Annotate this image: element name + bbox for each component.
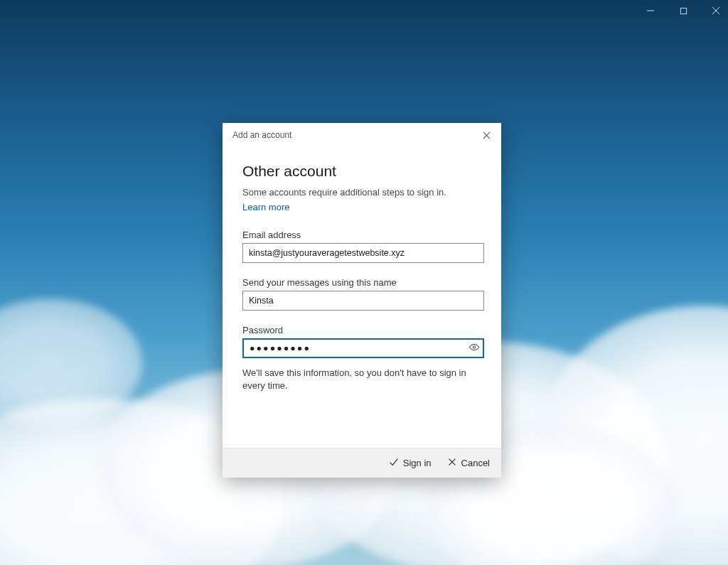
maximize-button[interactable] — [677, 4, 690, 17]
dialog-header-title: Add an account — [232, 130, 291, 140]
display-name-input[interactable] — [242, 291, 484, 311]
password-input[interactable] — [242, 338, 484, 358]
dialog-subtitle: Some accounts require additional steps t… — [242, 187, 481, 198]
password-reveal-icon[interactable] — [469, 342, 480, 355]
email-input[interactable] — [242, 243, 484, 263]
dialog-body: Other account Some accounts require addi… — [223, 147, 501, 448]
cancel-label: Cancel — [461, 458, 490, 468]
cancel-button[interactable]: Cancel — [447, 457, 490, 469]
password-label: Password — [242, 325, 481, 335]
sign-in-button[interactable]: Sign in — [389, 457, 432, 469]
minimize-button[interactable] — [644, 4, 657, 17]
name-label: Send your messages using this name — [242, 277, 481, 288]
dialog-header: Add an account — [223, 123, 501, 147]
learn-more-link[interactable]: Learn more — [242, 202, 289, 212]
email-label: Email address — [242, 230, 481, 240]
dialog-heading: Other account — [242, 163, 481, 180]
sign-in-label: Sign in — [403, 458, 432, 468]
svg-point-6 — [473, 346, 475, 348]
svg-rect-1 — [680, 8, 686, 14]
close-window-button[interactable] — [710, 4, 722, 17]
check-icon — [389, 457, 399, 469]
add-account-dialog: Add an account Other account Some accoun… — [223, 123, 501, 478]
save-info-hint: We'll save this information, so you don'… — [242, 367, 481, 392]
window-controls — [644, 4, 722, 17]
dialog-footer: Sign in Cancel — [223, 448, 501, 478]
close-icon — [447, 457, 457, 469]
dialog-close-button[interactable] — [480, 129, 493, 141]
